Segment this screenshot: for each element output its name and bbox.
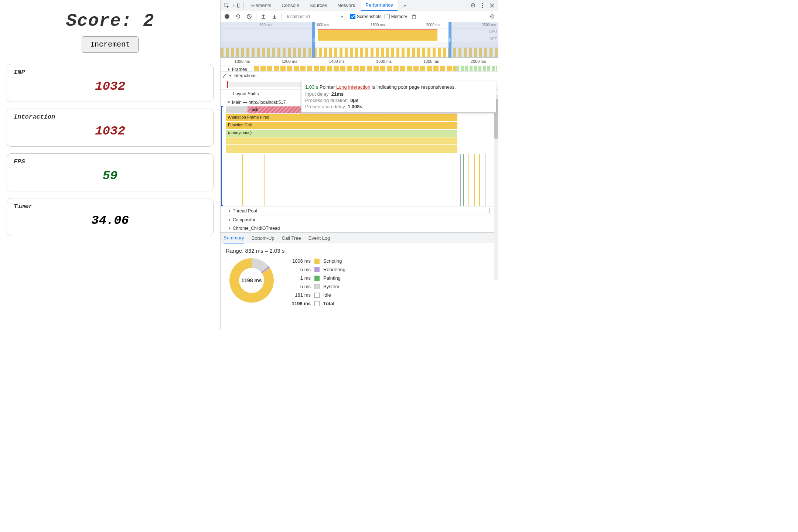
flame-anonymous[interactable]: (anonymous) — [226, 130, 457, 137]
btab-event-log[interactable]: Event Log — [308, 233, 330, 243]
device-toggle-icon[interactable] — [232, 1, 241, 10]
tab-network[interactable]: Network — [333, 0, 360, 11]
flame-tick: 1400 ms — [329, 59, 344, 64]
track-thread-pool[interactable]: Thread Pool — [221, 206, 498, 215]
svg-point-4 — [472, 5, 474, 6]
track-main[interactable]: Main — http://localhost:517 Task Animati… — [221, 98, 498, 206]
clear-button[interactable] — [245, 13, 253, 21]
devtools-panel: Elements Console Sources Network Perform… — [220, 0, 498, 329]
inspect-icon[interactable] — [223, 1, 231, 10]
legend-row: 5 msSystem — [285, 284, 345, 289]
tab-elements[interactable]: Elements — [247, 0, 276, 11]
legend-swatch — [314, 276, 320, 281]
btab-call-tree[interactable]: Call Tree — [282, 233, 301, 243]
cpu-activity-block — [318, 30, 437, 41]
tab-performance[interactable]: Performance — [361, 0, 397, 11]
flame-task-short[interactable] — [226, 106, 248, 113]
tab-console[interactable]: Console — [277, 0, 304, 11]
increment-button[interactable]: Increment — [82, 36, 139, 53]
record-button[interactable] — [223, 13, 231, 21]
inp-value: 1032 — [14, 79, 207, 93]
collapse-icon[interactable] — [229, 75, 232, 77]
flame-sub-block[interactable] — [226, 137, 457, 144]
memory-checkbox-label: Memory — [391, 14, 407, 19]
interaction-label: Interaction — [14, 113, 207, 120]
flame-tick: 2000 ms — [471, 59, 486, 64]
track-interactions-label: Interactions — [233, 73, 256, 78]
overview-shade-right — [449, 22, 498, 58]
thread-pool-series — [272, 208, 498, 214]
screenshots-checkbox-input[interactable] — [350, 14, 355, 19]
track-main-label: Main — http://localhost:517 — [232, 100, 286, 105]
collapse-icon[interactable] — [228, 102, 231, 103]
svg-point-7 — [482, 7, 483, 8]
track-child-io[interactable]: Chrome_ChildIOThread — [221, 224, 498, 233]
flame-func-call[interactable]: Function Call — [226, 122, 457, 129]
memory-checkbox-input[interactable] — [385, 14, 390, 19]
btab-bottom-up[interactable]: Bottom-Up — [252, 233, 274, 243]
legend-row: 1006 msScripting — [285, 258, 345, 264]
svg-point-10 — [490, 15, 494, 18]
screenshots-checkbox[interactable]: Screenshots — [350, 14, 382, 19]
tooltip-long-interaction-link[interactable]: Long interaction — [336, 84, 371, 90]
fps-label: FPS — [14, 158, 207, 165]
inp-label: INP — [14, 69, 207, 76]
legend-row: 181 msIdle — [285, 292, 345, 298]
screenshots-checkbox-label: Screenshots — [357, 14, 382, 19]
expand-icon[interactable] — [228, 68, 230, 71]
svg-rect-2 — [238, 3, 239, 7]
tab-sources[interactable]: Sources — [305, 0, 332, 11]
memory-checkbox[interactable]: Memory — [385, 14, 407, 19]
expand-icon[interactable] — [229, 218, 231, 221]
edit-icon[interactable] — [223, 74, 227, 78]
separator — [243, 2, 244, 9]
flamechart[interactable]: 1000 ms 1200 ms 1400 ms 1600 ms 1800 ms … — [221, 58, 498, 233]
reload-record-button[interactable] — [234, 13, 242, 21]
download-profile-icon[interactable] — [270, 13, 279, 21]
app-panel: Score: 2 Increment INP 1032 Interaction … — [0, 0, 220, 329]
expand-icon[interactable] — [229, 209, 231, 212]
flame-tick: 1600 ms — [376, 59, 392, 64]
interaction-tooltip: 1.03 s Pointer Long interaction is indic… — [301, 81, 496, 113]
btab-summary[interactable]: Summary — [224, 233, 244, 243]
track-frames[interactable]: Frames — [221, 65, 498, 72]
tt-val-0: 21ms — [331, 91, 344, 97]
details-tabbar: Summary Bottom-Up Call Tree Event Log — [221, 233, 498, 243]
overview-tick: 1500 ms — [371, 23, 385, 27]
tt-val-1: 0μs — [350, 98, 358, 103]
gc-icon[interactable] — [410, 13, 418, 21]
track-thread-pool-label: Thread Pool — [233, 208, 257, 214]
performance-toolbar: localhost #1 Screenshots Memory — [221, 11, 498, 22]
track-frames-label: Frames — [232, 67, 247, 72]
capture-settings-gear-icon[interactable] — [488, 13, 496, 21]
track-child-io-label: Chrome_ChildIOThread — [233, 226, 280, 231]
separator — [347, 13, 347, 20]
expand-icon[interactable] — [229, 227, 231, 230]
close-icon[interactable] — [488, 1, 496, 10]
increment-wrap: Increment — [7, 36, 214, 53]
overview-handle-right[interactable]: || — [449, 22, 451, 58]
settings-gear-icon[interactable] — [469, 1, 477, 10]
overview-handle-left[interactable]: || — [312, 22, 315, 58]
inp-card: INP 1032 — [7, 64, 214, 102]
overview-shade-left — [221, 22, 312, 58]
legend-label: Painting — [323, 275, 341, 281]
legend-ms: 1198 ms — [285, 301, 311, 306]
session-dropdown[interactable]: localhost #1 — [285, 13, 344, 20]
flame-ruler: 1000 ms 1200 ms 1400 ms 1600 ms 1800 ms … — [221, 58, 498, 65]
upload-profile-icon[interactable] — [259, 13, 267, 21]
legend-label: Total — [323, 301, 334, 306]
legend-swatch — [314, 293, 320, 298]
devtools-tabbar: Elements Console Sources Network Perform… — [221, 0, 498, 11]
svg-rect-9 — [413, 16, 416, 19]
score-heading: Score: 2 — [7, 11, 214, 31]
svg-point-11 — [491, 16, 493, 17]
track-compositor[interactable]: Compositor — [221, 215, 498, 224]
flame-anim-frame[interactable]: Animation Frame Fired — [226, 114, 457, 121]
legend-label: Scripting — [323, 258, 342, 264]
separator — [282, 13, 282, 20]
tab-more[interactable]: » — [399, 0, 410, 11]
kebab-menu-icon[interactable] — [478, 1, 487, 10]
overview-timeline[interactable]: 500 ms 1000 ms 1500 ms 2000 ms 2500 ms C… — [221, 22, 498, 58]
legend-label: System — [323, 284, 339, 289]
